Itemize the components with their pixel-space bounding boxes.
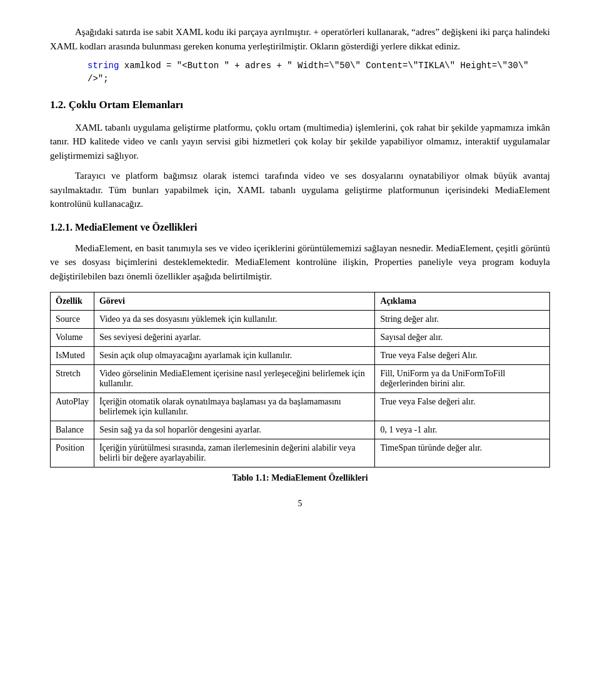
table-cell-task: Sesin sağ ya da sol hoparlör dengesini a… [94, 421, 374, 439]
table-caption: Tablo 1.1: MediaElement Özellikleri [50, 471, 550, 484]
table-row: VolumeSes seviyesi değerini ayarlar.Sayı… [51, 329, 550, 347]
table-cell-property: Position [51, 439, 94, 468]
table-cell-property: Balance [51, 421, 94, 439]
subsection-heading-1-2-1: 1.2.1. MediaElement ve Özellikleri [50, 220, 550, 235]
table-row: StretchVideo görselinin MediaElement içe… [51, 365, 550, 393]
table-row: SourceVideo ya da ses dosyasını yüklemek… [51, 311, 550, 329]
page-content: Aşağıdaki satırda ise sabit XAML kodu ik… [50, 25, 550, 510]
table-cell-description: String değer alır. [375, 311, 550, 329]
table-cell-description: 0, 1 veya -1 alır. [375, 421, 550, 439]
table-row: BalanceSesin sağ ya da sol hoparlör deng… [51, 421, 550, 439]
table-cell-property: Stretch [51, 365, 94, 393]
table-cell-property: AutoPlay [51, 393, 94, 421]
col-header-property: Özellik [51, 292, 94, 311]
table-cell-description: TimeSpan türünde değer alır. [375, 439, 550, 468]
table-cell-property: Source [51, 311, 94, 329]
table-cell-task: İçeriğin otomatik olarak oynatılmaya baş… [94, 393, 374, 421]
table-row: AutoPlayİçeriğin otomatik olarak oynatıl… [51, 393, 550, 421]
code-keyword: string [88, 61, 119, 71]
properties-table: Özellik Görevi Açıklama SourceVideo ya d… [50, 292, 550, 468]
table-cell-property: Volume [51, 329, 94, 347]
col-header-description: Açıklama [375, 292, 550, 311]
table-row: IsMutedSesin açık olup olmayacağını ayar… [51, 347, 550, 365]
paragraph-1: Aşağıdaki satırda ise sabit XAML kodu ik… [50, 25, 550, 53]
col-header-task: Görevi [94, 292, 374, 311]
table-cell-task: Video ya da ses dosyasını yüklemek için … [94, 311, 374, 329]
page-number: 5 [50, 497, 550, 510]
table-cell-task: İçeriğin yürütülmesi sırasında, zaman il… [94, 439, 374, 468]
paragraph-4: MediaElement, en basit tanımıyla ses ve … [50, 241, 550, 284]
table-cell-description: Sayısal değer alır. [375, 329, 550, 347]
table-cell-description: True veya False değeri Alır. [375, 347, 550, 365]
code-block: string xamlkod = "<Button " + adres + " … [88, 59, 550, 86]
paragraph-2: XAML tabanlı uygulama geliştirme platfor… [50, 121, 550, 163]
table-row: Positionİçeriğin yürütülmesi sırasında, … [51, 439, 550, 468]
section-heading-1-2: 1.2. Çoklu Ortam Elemanları [50, 97, 550, 113]
table-cell-task: Ses seviyesi değerini ayarlar. [94, 329, 374, 347]
paragraph-3: Tarayıcı ve platform bağımsız olarak ist… [50, 169, 550, 211]
table-header-row: Özellik Görevi Açıklama [51, 292, 550, 311]
table-cell-description: True veya False değeri alır. [375, 393, 550, 421]
code-text: xamlkod = "<Button " + adres + " Width=\… [88, 61, 529, 84]
table-cell-description: Fill, UniForm ya da UniFormToFill değerl… [375, 365, 550, 393]
table-cell-task: Video görselinin MediaElement içerisine … [94, 365, 374, 393]
table-cell-property: IsMuted [51, 347, 94, 365]
table-cell-task: Sesin açık olup olmayacağını ayarlamak i… [94, 347, 374, 365]
